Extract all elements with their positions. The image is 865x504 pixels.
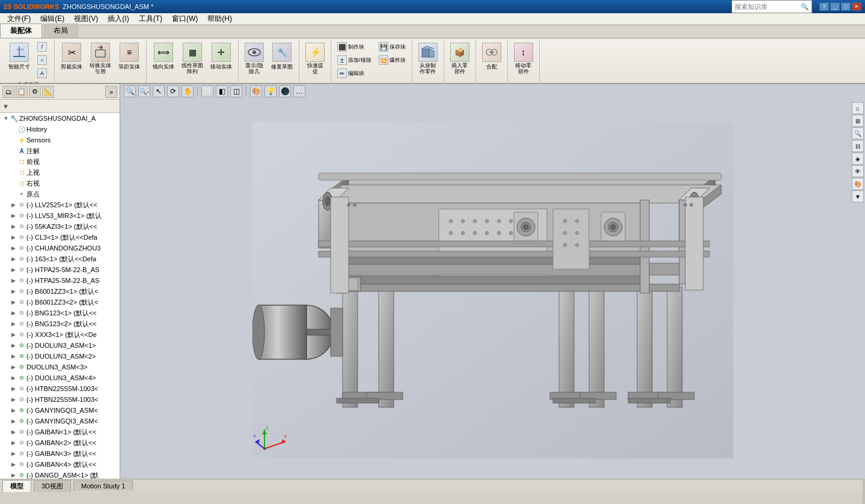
ganying-2-expand[interactable]: ▶ (10, 418, 17, 424)
gaiban-1-expand[interactable]: ▶ (10, 429, 17, 435)
btn-offset[interactable]: ≡ 等距实体 (116, 41, 142, 73)
vp-zoom-out[interactable]: 🔍- (138, 85, 150, 97)
vp-zoom-fit[interactable]: ⬜ (201, 85, 213, 97)
htbn-2-expand[interactable]: ▶ (10, 396, 17, 402)
tree-llv53[interactable]: ▶ ⚙ (-) LLV53_MIR3<1> (默认 (0, 210, 120, 221)
tree-htpa25-2[interactable]: ▶ ⚙ (-) HTPA25-5M-22-B_AS (0, 275, 120, 286)
ganying-1-expand[interactable]: ▶ (10, 407, 17, 413)
section-view-btn[interactable]: ⊟ (852, 140, 864, 152)
zoom-select-btn[interactable]: 🔍 (852, 127, 864, 139)
duolun3-3-expand[interactable]: ▶ (10, 364, 17, 370)
llv2525-expand[interactable]: ▶ (10, 202, 17, 208)
tree-duolun3-3[interactable]: ▶ ⚙ DUOLUN3_ASM<3> (0, 362, 120, 372)
feature-manager-btn[interactable]: 🗂 (2, 86, 14, 98)
tab-motion-study[interactable]: Motion Study 1 (73, 481, 133, 491)
163-expand[interactable]: ▶ (10, 256, 17, 262)
vp-section[interactable]: ◧ (216, 85, 228, 97)
restore-btn[interactable]: □ (841, 2, 851, 11)
tree-top[interactable]: ◻ 上视 (0, 167, 120, 178)
btn-add-remove[interactable]: ± 添加/移除 (335, 54, 374, 66)
menu-help[interactable]: 帮助(H) (203, 13, 237, 25)
tree-dangd-1[interactable]: ▶ ⚙ (-) DANGD_ASM<1> (默 (0, 470, 120, 479)
tree-gaiban-2[interactable]: ▶ ⚙ (-) GAIBAN<2> (默认<< (0, 437, 120, 448)
btn-move-part[interactable]: ↕ 移动零部件 (512, 41, 536, 77)
root-expand[interactable]: ▼ (2, 115, 10, 121)
close-btn[interactable]: ✕ (852, 2, 861, 11)
menu-insert[interactable]: 插入(I) (103, 13, 133, 25)
tree-history[interactable]: 🕐 History (0, 124, 120, 135)
duolun3-1-expand[interactable]: ▶ (10, 342, 17, 348)
duolun3-4-expand[interactable]: ▶ (10, 375, 17, 381)
tree-htbn-2[interactable]: ▶ ⚙ (-) HTBN225S5M-1003< (0, 394, 120, 405)
tree-chuandong[interactable]: ▶ ⚙ (-) CHUANDONGZHOU3 (0, 243, 120, 254)
menu-tools[interactable]: 工具(T) (134, 13, 167, 25)
bng123-2-expand[interactable]: ▶ (10, 321, 17, 327)
vp-rotate[interactable]: ⟳ (167, 85, 179, 97)
knowledge-search[interactable]: 🔍 (732, 0, 812, 13)
htpa25-2-expand[interactable]: ▶ (10, 278, 17, 284)
tree-gaiban-1[interactable]: ▶ ⚙ (-) GAIBAN<1> (默认<< (0, 427, 120, 437)
cl3-expand[interactable]: ▶ (10, 234, 17, 240)
more-tools-side-btn[interactable]: ▼ (852, 190, 864, 202)
xxx3-expand[interactable]: ▶ (10, 332, 17, 338)
display-style-btn[interactable]: ◈ (852, 153, 864, 165)
btn-quick[interactable]: ⚡ 快速提促 (303, 41, 327, 77)
btn-insert-part[interactable]: 📦 插入零部件 (448, 41, 472, 77)
tree-llv2525[interactable]: ▶ ⚙ (-) LLV2525<1> (默认<< (0, 199, 120, 210)
tree-right[interactable]: ◻ 右视 (0, 178, 120, 189)
tab-model[interactable]: 模型 (2, 480, 31, 492)
tab-layout[interactable]: 布局 (43, 23, 78, 38)
55kazi3-expand[interactable]: ▶ (10, 223, 17, 229)
property-manager-btn[interactable]: 📋 (16, 86, 28, 98)
tree-duolun3-1[interactable]: ▶ ⚙ (-) DUOLUN3_ASM<1> (0, 340, 120, 351)
knowledge-search-input[interactable] (735, 3, 801, 10)
tree-55kazi3[interactable]: ▶ ⚙ (-) 55KAZI3<1> (默认<< (0, 221, 120, 232)
appearance-btn[interactable]: 🎨 (852, 178, 864, 190)
tree-163[interactable]: ▶ ⚙ (-) 163<1> (默认<<Defa (0, 254, 120, 264)
btn-trim[interactable]: ✂ 剪裁实体 (58, 41, 85, 73)
tree-xxx3[interactable]: ▶ ⚙ (-) XXX3<1> (默认<<De (0, 329, 120, 340)
btn-mirror[interactable]: ⟺ 镜向实体 (150, 41, 177, 73)
tree-htpa25-1[interactable]: ▶ ⚙ (-) HTPA25-5M-22-B_AS (0, 264, 120, 275)
tree-b6001-1[interactable]: ▶ ⚙ (-) B6001ZZ3<1> (默认< (0, 286, 120, 297)
btn-text[interactable]: A (35, 67, 50, 79)
tree-bng123-2[interactable]: ▶ ⚙ (-) BNG123<2> (默认<< (0, 318, 120, 329)
btn-explode-block[interactable]: 💥 爆炸块 (376, 54, 408, 66)
dim-expert-btn[interactable]: 📐 (42, 86, 54, 98)
tree-gaiban-3[interactable]: ▶ ⚙ (-) GAIBAN<3> (默认<< (0, 448, 120, 459)
config-manager-btn[interactable]: ⚙ (29, 86, 41, 98)
hide-show-btn[interactable]: 👁 (852, 165, 864, 177)
tree-b6001-2[interactable]: ▶ ⚙ (-) B6001ZZ3<2> (默认< (0, 297, 120, 308)
vp-pan[interactable]: ✋ (182, 85, 194, 97)
tree-front[interactable]: ◻ 前视 (0, 156, 120, 167)
duolun3-2-expand[interactable]: ▶ (10, 353, 17, 359)
vp-select[interactable]: ↖ (153, 85, 165, 97)
tree-htbn-1[interactable]: ▶ ⚙ (-) HTBN225S5M-1003< (0, 383, 120, 394)
vp-more[interactable]: … (293, 85, 305, 97)
viewport-area[interactable]: 🔍 🔍- ↖ ⟳ ✋ ⬜ ◧ ◫ 🎨 💡 🌑 … (120, 84, 865, 479)
vp-shadows[interactable]: 🌑 (279, 85, 291, 97)
gaiban-4-expand[interactable]: ▶ (10, 461, 17, 467)
btn-linear-pattern[interactable]: ▦ 线性草图阵列 (179, 41, 206, 77)
btn-show-hide[interactable]: 显示/隐除几 (242, 41, 266, 77)
btn-smart-dimension[interactable]: ⟺ 智能尺寸 (6, 41, 32, 73)
btn-circle[interactable]: ○ (35, 54, 50, 66)
b6001-1-expand[interactable]: ▶ (10, 288, 17, 294)
bng123-1-expand[interactable]: ▶ (10, 310, 17, 316)
btn-from-block[interactable]: 从块制作零件 (416, 41, 440, 77)
tree-duolun3-2[interactable]: ▶ ⚙ (-) DUOLUN3_ASM<2> (0, 351, 120, 362)
expand-panel-btn[interactable]: » (105, 86, 117, 98)
vp-appearance[interactable]: 🎨 (250, 85, 262, 97)
btn-edit-block[interactable]: ✏ 编辑块 (335, 67, 374, 79)
chuandong-expand[interactable]: ▶ (10, 245, 17, 251)
tree-cl3[interactable]: ▶ ⚙ (-) CL3<1> (默认<<Defa (0, 232, 120, 243)
btn-save-block[interactable]: 💾 保存块 (376, 41, 408, 53)
htpa25-1-expand[interactable]: ▶ (10, 267, 17, 273)
btn-repair[interactable]: 🔧 修复草图 (269, 41, 295, 73)
vp-display-type[interactable]: ◫ (230, 85, 242, 97)
tab-assembly[interactable]: 装配体 (0, 23, 42, 38)
tree-ganying-2[interactable]: ▶ ⚙ (-) GANYINGQI3_ASM< (0, 416, 120, 427)
vp-realview[interactable]: 💡 (264, 85, 277, 97)
minimize-btn[interactable]: _ (830, 2, 840, 11)
btn-mate[interactable]: 合配 (480, 41, 504, 73)
